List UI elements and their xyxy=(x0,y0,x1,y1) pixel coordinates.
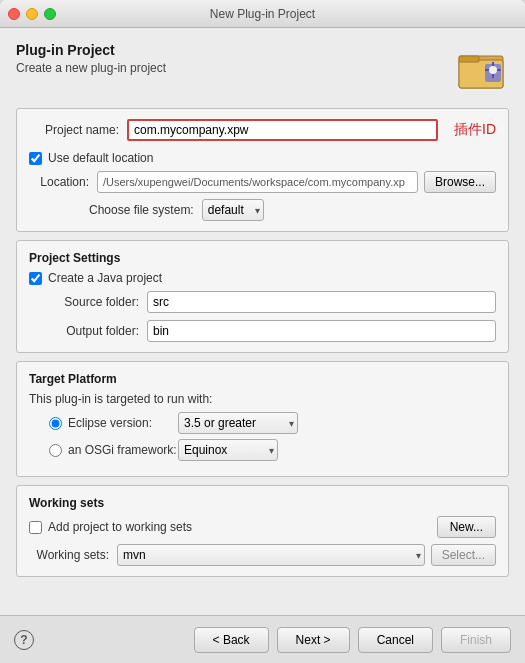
bottom-bar: ? < Back Next > Cancel Finish xyxy=(0,615,525,663)
location-input[interactable] xyxy=(97,171,418,193)
add-to-working-sets-checkbox[interactable] xyxy=(29,521,42,534)
working-sets-row: Working sets: mvn Select... xyxy=(29,544,496,566)
select-working-sets-button[interactable]: Select... xyxy=(431,544,496,566)
navigation-buttons: < Back Next > Cancel Finish xyxy=(194,627,511,653)
working-sets-section: Working sets Add project to working sets… xyxy=(16,485,509,577)
osgi-select-wrapper: Equinox xyxy=(178,439,278,461)
project-name-label: Project name: xyxy=(29,123,119,137)
source-folder-row: Source folder: xyxy=(29,291,496,313)
output-folder-row: Output folder: xyxy=(29,320,496,342)
minimize-button[interactable] xyxy=(26,8,38,20)
output-folder-input[interactable] xyxy=(147,320,496,342)
new-working-set-button[interactable]: New... xyxy=(437,516,496,538)
eclipse-version-label: Eclipse version: xyxy=(68,416,178,430)
location-row: Location: Browse... xyxy=(29,171,496,193)
plugin-icon xyxy=(457,42,509,94)
help-area: ? xyxy=(14,630,34,650)
working-sets-label: Working sets: xyxy=(29,548,109,562)
back-button[interactable]: < Back xyxy=(194,627,269,653)
create-java-project-row: Create a Java project xyxy=(29,271,496,285)
filesystem-row: Choose file system: default xyxy=(89,199,496,221)
next-button[interactable]: Next > xyxy=(277,627,350,653)
header-section: Plug-in Project Create a new plug-in pro… xyxy=(16,42,509,94)
finish-button[interactable]: Finish xyxy=(441,627,511,653)
eclipse-version-row: Eclipse version: 3.5 or greater xyxy=(29,412,496,434)
header-text: Plug-in Project Create a new plug-in pro… xyxy=(16,42,166,75)
main-content: Plug-in Project Create a new plug-in pro… xyxy=(0,28,525,615)
target-platform-section: Target Platform This plug-in is targeted… xyxy=(16,361,509,477)
target-platform-description: This plug-in is targeted to run with: xyxy=(29,392,496,406)
help-icon[interactable]: ? xyxy=(14,630,34,650)
page-subtitle: Create a new plug-in project xyxy=(16,61,166,75)
osgi-select[interactable]: Equinox xyxy=(178,439,278,461)
output-folder-label: Output folder: xyxy=(49,324,139,338)
project-settings-section: Project Settings Create a Java project S… xyxy=(16,240,509,353)
svg-rect-2 xyxy=(459,56,479,62)
working-sets-title: Working sets xyxy=(29,496,496,510)
osgi-framework-radio[interactable] xyxy=(49,444,62,457)
target-platform-title: Target Platform xyxy=(29,372,496,386)
use-default-location-row: Use default location xyxy=(29,151,496,165)
filesystem-label: Choose file system: xyxy=(89,203,194,217)
filesystem-select-wrapper: default xyxy=(202,199,264,221)
working-sets-select-wrapper: mvn xyxy=(117,544,425,566)
source-folder-input[interactable] xyxy=(147,291,496,313)
use-default-location-label: Use default location xyxy=(48,151,153,165)
annotation-text: 插件ID xyxy=(454,121,496,139)
eclipse-version-radio[interactable] xyxy=(49,417,62,430)
osgi-framework-label: an OSGi framework: xyxy=(68,443,178,457)
cancel-button[interactable]: Cancel xyxy=(358,627,433,653)
add-to-working-sets-row: Add project to working sets xyxy=(29,520,192,534)
title-bar: New Plug-in Project xyxy=(0,0,525,28)
browse-button[interactable]: Browse... xyxy=(424,171,496,193)
source-folder-label: Source folder: xyxy=(49,295,139,309)
window-title: New Plug-in Project xyxy=(210,7,315,21)
project-settings-title: Project Settings xyxy=(29,251,496,265)
add-to-working-sets-label: Add project to working sets xyxy=(48,520,192,534)
use-default-location-checkbox[interactable] xyxy=(29,152,42,165)
create-java-project-label: Create a Java project xyxy=(48,271,162,285)
svg-point-4 xyxy=(489,66,497,74)
maximize-button[interactable] xyxy=(44,8,56,20)
traffic-lights xyxy=(8,8,56,20)
location-label: Location: xyxy=(29,175,89,189)
eclipse-version-select[interactable]: 3.5 or greater xyxy=(178,412,298,434)
working-sets-select[interactable]: mvn xyxy=(117,544,425,566)
filesystem-select[interactable]: default xyxy=(202,199,264,221)
project-name-row: Project name: 插件ID xyxy=(29,119,496,141)
create-java-project-checkbox[interactable] xyxy=(29,272,42,285)
eclipse-version-select-wrapper: 3.5 or greater xyxy=(178,412,298,434)
page-title: Plug-in Project xyxy=(16,42,166,58)
project-name-input[interactable] xyxy=(127,119,438,141)
close-button[interactable] xyxy=(8,8,20,20)
osgi-framework-row: an OSGi framework: Equinox xyxy=(29,439,496,461)
